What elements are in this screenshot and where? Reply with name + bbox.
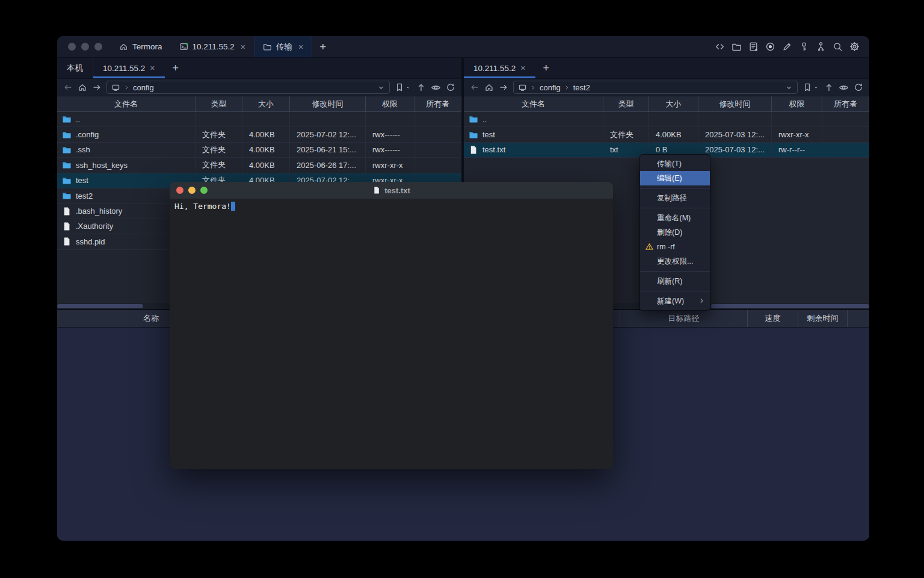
keychain-icon[interactable] — [816, 42, 826, 52]
menu-item-重命名(M)[interactable]: 重命名(M) — [640, 211, 710, 225]
menu-item-更改权限...[interactable]: 更改权限... — [640, 254, 710, 269]
menu-item-传输(T)[interactable]: 传输(T) — [640, 157, 710, 171]
column-header-修改时间[interactable]: 修改时间 — [698, 96, 772, 111]
refresh-icon[interactable] — [446, 82, 455, 92]
window-tab-10.211.55.2[interactable]: 10.211.55.2× — [171, 36, 254, 57]
transfer-column-速度[interactable]: 速度 — [747, 310, 798, 327]
folder-glyph — [62, 176, 72, 185]
record-icon[interactable] — [765, 42, 775, 52]
close-icon[interactable]: × — [150, 63, 155, 73]
table-row[interactable]: .. — [57, 112, 461, 127]
window-tab-Termora[interactable]: Termora — [111, 36, 171, 57]
breadcrumb-segment[interactable]: test2 — [573, 83, 590, 92]
back-icon[interactable] — [470, 82, 479, 92]
editor-content[interactable]: Hi, Termora! — [170, 199, 613, 469]
menu-item-编辑(E)[interactable]: 编辑(E) — [640, 171, 710, 185]
editor-zoom-button[interactable] — [200, 187, 208, 194]
folder-glyph — [62, 114, 72, 124]
bookmark-icon[interactable] — [802, 82, 812, 92]
bookmark-group — [802, 82, 819, 92]
breadcrumb-segment[interactable]: config — [540, 83, 561, 92]
close-icon[interactable]: × — [520, 63, 525, 73]
column-header-文件名[interactable]: 文件名 — [464, 96, 603, 111]
column-header-类型[interactable]: 类型 — [196, 96, 242, 111]
cell-大小 — [649, 112, 698, 126]
column-header-文件名[interactable]: 文件名 — [57, 96, 196, 111]
up-icon[interactable] — [416, 82, 426, 92]
right-panel-toolbar: configtest2 — [464, 79, 869, 96]
traffic-light-close[interactable] — [68, 43, 76, 51]
right-panel-hscrollbar[interactable] — [711, 304, 869, 308]
panel-tab-label: 本机 — [67, 63, 83, 73]
cell-大小: 4.00KB — [242, 143, 290, 157]
editor-titlebar: test.txt — [170, 182, 613, 199]
chevron-down-icon[interactable] — [785, 84, 793, 92]
bookmark-icon[interactable] — [395, 82, 404, 92]
window-tabs: Termora10.211.55.2×传输×+ — [111, 36, 333, 57]
pencil-icon[interactable] — [782, 42, 792, 52]
menu-item-刷新(R)[interactable]: 刷新(R) — [640, 274, 710, 288]
chevron-right-icon — [698, 297, 706, 305]
column-header-权限[interactable]: 权限 — [772, 96, 822, 111]
column-header-类型[interactable]: 类型 — [603, 96, 649, 111]
cell-文件名: .config — [57, 127, 196, 141]
forward-icon[interactable] — [92, 82, 102, 92]
column-header-修改时间[interactable]: 修改时间 — [290, 96, 366, 111]
code-icon[interactable] — [715, 42, 725, 52]
breadcrumb-segment[interactable]: config — [133, 83, 154, 92]
column-header-所有者[interactable]: 所有者 — [414, 96, 461, 111]
key-icon[interactable] — [799, 42, 809, 52]
editor-minimize-button[interactable] — [188, 187, 196, 194]
menu-item-rm -rf[interactable]: rm -rf — [640, 240, 710, 254]
caret-down-icon[interactable] — [405, 84, 411, 91]
column-header-所有者[interactable]: 所有者 — [822, 96, 869, 111]
menu-item-删除(D)[interactable]: 删除(D) — [640, 225, 710, 240]
home-icon[interactable] — [78, 82, 87, 92]
file-name: .bash_history — [76, 207, 122, 216]
table-row[interactable]: .config文件夹4.00KB2025-07-02 12:...rwx----… — [57, 127, 461, 142]
path-breadcrumb-field[interactable]: config — [106, 81, 390, 94]
panel-tab-本机[interactable]: 本机 — [57, 58, 93, 78]
caret-down-icon[interactable] — [813, 84, 819, 91]
window-tab-传输[interactable]: 传输× — [254, 36, 312, 57]
editor-close-button[interactable] — [176, 187, 183, 194]
panel-tab-10.211.55.2[interactable]: 10.211.55.2× — [464, 58, 535, 78]
transfer-column-目标路径[interactable]: 目标路径 — [620, 310, 747, 327]
left-panel-hscrollbar[interactable] — [57, 304, 143, 308]
new-tab-button[interactable]: + — [312, 36, 333, 57]
folder-icon[interactable] — [732, 42, 742, 52]
eye-icon[interactable] — [431, 82, 441, 93]
folder-glyph — [62, 130, 72, 140]
search-icon[interactable] — [833, 42, 843, 52]
menu-item-复制路径[interactable]: 复制路径 — [640, 191, 710, 205]
column-header-大小[interactable]: 大小 — [649, 96, 698, 111]
back-icon[interactable] — [63, 82, 73, 92]
refresh-icon[interactable] — [854, 82, 863, 92]
menu-item-新建(W)[interactable]: 新建(W) — [640, 294, 710, 308]
home-icon[interactable] — [484, 82, 494, 92]
table-row[interactable]: ssh_host_keys文件夹4.00KB2025-06-26 17:...r… — [57, 158, 461, 173]
close-icon[interactable]: × — [298, 42, 303, 52]
table-row[interactable]: .. — [464, 112, 869, 127]
cell-修改时间 — [698, 112, 772, 126]
traffic-light-minimize[interactable] — [81, 43, 89, 51]
panel-tab-10.211.55.2[interactable]: 10.211.55.2× — [93, 58, 165, 78]
folder-glyph — [62, 160, 72, 170]
window-tab-label: Termora — [132, 42, 162, 51]
close-icon[interactable]: × — [241, 42, 245, 52]
column-header-大小[interactable]: 大小 — [242, 96, 290, 111]
path-breadcrumb-field[interactable]: configtest2 — [513, 81, 798, 94]
chevron-down-icon[interactable] — [377, 84, 385, 92]
table-row[interactable]: test文件夹4.00KB2025-07-03 12:...rwxr-xr-x — [464, 127, 869, 142]
transfer-column-剩余时间[interactable]: 剩余时间 — [798, 310, 847, 327]
settings-icon[interactable] — [849, 42, 860, 52]
column-header-权限[interactable]: 权限 — [366, 96, 414, 111]
panel-new-tab-button[interactable]: + — [535, 58, 558, 78]
log-icon[interactable] — [748, 42, 759, 52]
traffic-light-zoom[interactable] — [94, 43, 102, 51]
forward-icon[interactable] — [499, 82, 508, 92]
up-icon[interactable] — [824, 82, 834, 92]
table-row[interactable]: .ssh文件夹4.00KB2025-06-21 15:...rwx------ — [57, 143, 461, 158]
panel-new-tab-button[interactable]: + — [165, 58, 187, 78]
eye-icon[interactable] — [839, 82, 849, 93]
